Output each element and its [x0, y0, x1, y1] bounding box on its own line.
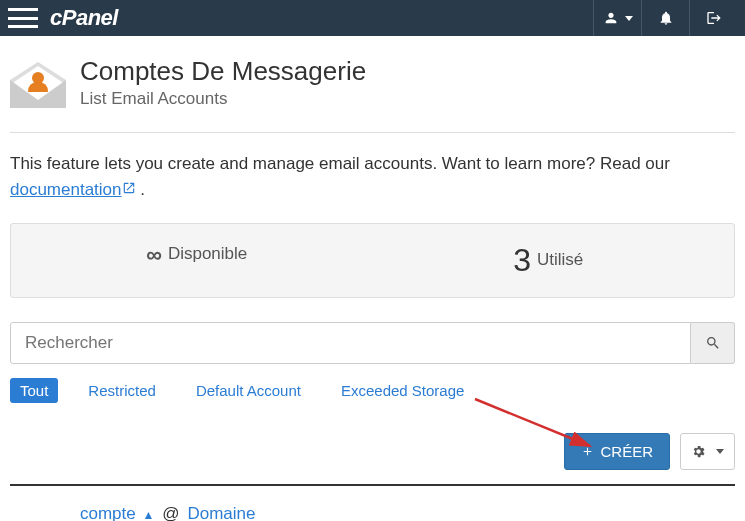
- search-icon: [705, 335, 721, 351]
- menu-icon[interactable]: [8, 6, 38, 30]
- search-button[interactable]: [691, 322, 735, 364]
- sort-asc-icon: ▲: [142, 508, 154, 521]
- user-icon: [603, 10, 619, 26]
- notifications-button[interactable]: [641, 0, 689, 36]
- settings-button[interactable]: [680, 433, 735, 470]
- search-row: [10, 322, 735, 364]
- used-label: Utilisé: [537, 250, 583, 269]
- stat-available: ∞Disponible: [21, 242, 373, 279]
- search-input[interactable]: [10, 322, 691, 364]
- logout-button[interactable]: [689, 0, 737, 36]
- used-value: 3: [513, 242, 531, 278]
- page-header: Comptes De Messagerie List Email Account…: [10, 46, 735, 133]
- top-header: cPanel: [0, 0, 745, 36]
- documentation-link[interactable]: documentation: [10, 180, 136, 199]
- plus-icon: [581, 445, 594, 458]
- column-account[interactable]: compte ▲: [80, 504, 154, 521]
- infinity-icon: ∞: [146, 242, 162, 267]
- page-title: Comptes De Messagerie: [80, 56, 366, 87]
- caret-down-icon: [625, 16, 633, 21]
- caret-down-icon: [716, 449, 724, 454]
- page-subtitle: List Email Accounts: [80, 89, 366, 109]
- main-content: Comptes De Messagerie List Email Account…: [0, 36, 745, 521]
- user-menu[interactable]: [593, 0, 641, 36]
- gear-icon: [691, 444, 706, 459]
- bell-icon: [658, 10, 674, 26]
- at-symbol: @: [162, 504, 179, 521]
- intro-text: This feature lets you create and manage …: [10, 133, 735, 223]
- logout-icon: [706, 10, 722, 26]
- create-button[interactable]: CRÉER: [564, 433, 670, 470]
- stat-used: 3Utilisé: [373, 242, 725, 279]
- filter-all[interactable]: Tout: [10, 378, 58, 403]
- filter-exceeded-storage[interactable]: Exceeded Storage: [331, 378, 474, 403]
- stats-box: ∞Disponible 3Utilisé: [10, 223, 735, 298]
- column-domain[interactable]: Domaine: [187, 504, 255, 521]
- table-header: compte ▲ @ Domaine: [10, 496, 735, 521]
- available-label: Disponible: [168, 244, 247, 263]
- mail-icon: [10, 60, 66, 116]
- filter-restricted[interactable]: Restricted: [78, 378, 166, 403]
- filter-tabs: Tout Restricted Default Account Exceeded…: [10, 378, 735, 403]
- cpanel-logo[interactable]: cPanel: [50, 5, 118, 31]
- external-link-icon: [122, 177, 136, 203]
- filter-default-account[interactable]: Default Account: [186, 378, 311, 403]
- action-row: CRÉER: [10, 433, 735, 486]
